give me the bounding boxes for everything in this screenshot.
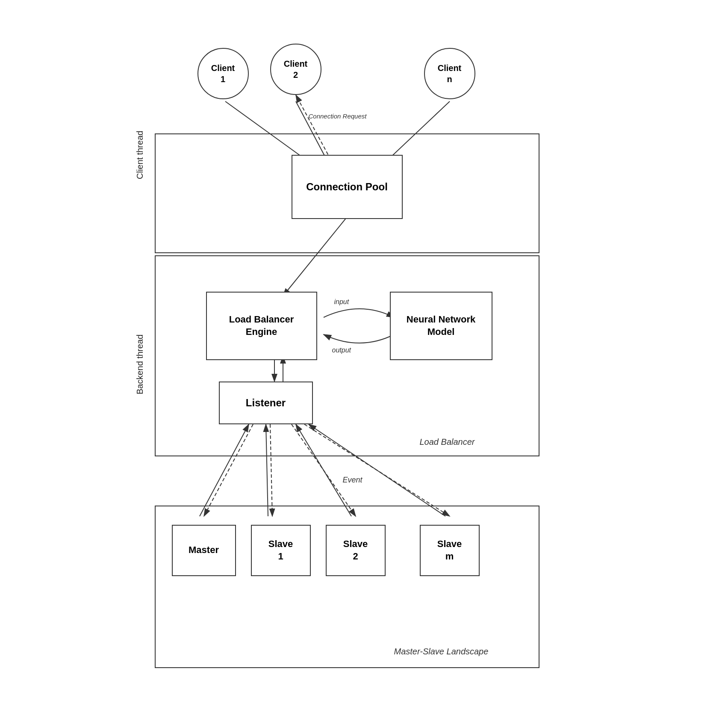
output-label: output <box>332 346 351 354</box>
connection-request-label: Connection Request <box>309 112 367 121</box>
slavem-box: Slave m <box>420 525 480 576</box>
master-box: Master <box>172 525 236 576</box>
input-label: input <box>334 298 349 306</box>
clientn-circle: Client n <box>424 48 475 99</box>
load-balancer-engine-box: Load Balancer Engine <box>206 292 317 360</box>
master-slave-landscape-label: Master-Slave Landscape <box>394 647 489 657</box>
slave2-box: Slave 2 <box>326 525 386 576</box>
neural-network-model-box: Neural Network Model <box>390 292 492 360</box>
slave1-box: Slave 1 <box>251 525 311 576</box>
event-label: Event <box>343 476 363 485</box>
diagram: Client thread Client 1 Client 2 Client n… <box>129 22 599 685</box>
client2-circle: Client 2 <box>270 44 321 95</box>
listener-box: Listener <box>219 382 313 424</box>
client-thread-label: Client thread <box>133 48 146 262</box>
connection-pool-box: Connection Pool <box>292 155 403 219</box>
backend-thread-label: Backend thread <box>133 262 146 467</box>
load-balancer-label: Load Balancer <box>420 437 475 447</box>
client1-circle: Client 1 <box>197 48 249 99</box>
